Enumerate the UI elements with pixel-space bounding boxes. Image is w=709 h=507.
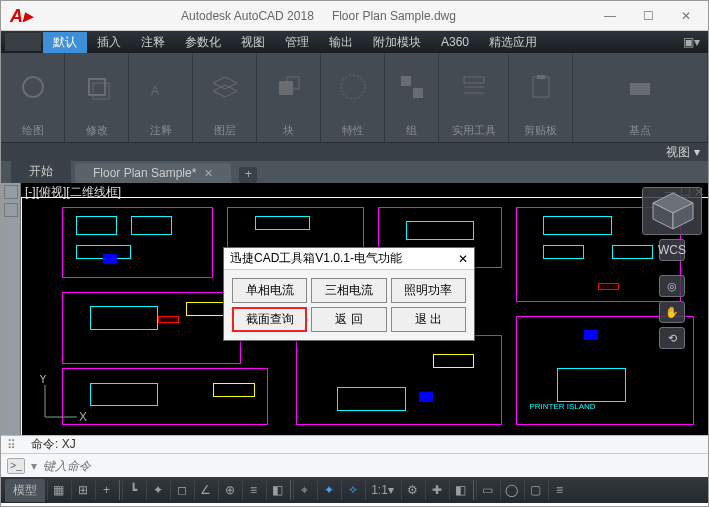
menu-annotate[interactable]: 注释 bbox=[131, 32, 175, 53]
svg-point-0 bbox=[23, 77, 43, 97]
osnap-icon[interactable]: ◻ bbox=[170, 480, 192, 500]
panel-label-clipboard: 剪贴板 bbox=[509, 121, 572, 142]
gear-icon[interactable]: ⚙ bbox=[401, 480, 423, 500]
menu-featured[interactable]: 精选应用 bbox=[479, 32, 547, 53]
anno-scale[interactable]: 1:1▾ bbox=[365, 480, 399, 500]
panel-label-annotate: 注释 bbox=[129, 121, 192, 142]
lweight-icon[interactable]: ≡ bbox=[242, 480, 264, 500]
nav-wheel-icon[interactable]: ◎ bbox=[659, 275, 685, 297]
transparency-icon[interactable]: ◧ bbox=[266, 480, 288, 500]
ws-icon[interactable]: ◧ bbox=[449, 480, 471, 500]
anno-vis-icon[interactable]: ✚ bbox=[425, 480, 447, 500]
layout-add-icon[interactable]: + bbox=[95, 480, 117, 500]
ribbon-block-button[interactable] bbox=[265, 73, 313, 101]
ortho-icon[interactable]: ┗ bbox=[122, 480, 144, 500]
ribbon-group-button[interactable] bbox=[388, 73, 436, 101]
menu-insert[interactable]: 插入 bbox=[87, 32, 131, 53]
ribbon-base-button[interactable] bbox=[616, 73, 664, 101]
close-button[interactable]: ✕ bbox=[676, 9, 696, 23]
hw-icon[interactable]: ◯ bbox=[500, 480, 522, 500]
dialog-title: 迅捷CAD工具箱V1.0.1-电气功能 bbox=[230, 250, 402, 267]
menu-addins[interactable]: 附加模块 bbox=[363, 32, 431, 53]
ribbon-layers-button[interactable] bbox=[201, 73, 249, 101]
custom-icon[interactable]: ≡ bbox=[548, 480, 570, 500]
ribbon-props-button[interactable] bbox=[329, 73, 377, 101]
btn-three-phase[interactable]: 三相电流 bbox=[311, 278, 386, 303]
doc-name: Floor Plan Sample.dwg bbox=[332, 9, 456, 23]
ribbon-expand-icon[interactable]: ▣▾ bbox=[675, 33, 708, 51]
tab-floorplan[interactable]: Floor Plan Sample*✕ bbox=[75, 163, 231, 183]
minimize-button[interactable]: — bbox=[600, 9, 620, 23]
main-area: [-][俯视][二维线框] — ☐ ✕ bbox=[1, 183, 708, 435]
drawing-canvas[interactable]: [-][俯视][二维线框] — ☐ ✕ bbox=[21, 183, 708, 435]
snap-icon[interactable]: ⊞ bbox=[71, 480, 93, 500]
ucs-icon: YX bbox=[37, 375, 87, 425]
svg-text:X: X bbox=[79, 410, 87, 424]
svg-point-8 bbox=[341, 75, 365, 99]
otrack-icon[interactable]: ∠ bbox=[194, 480, 216, 500]
btn-back[interactable]: 返 回 bbox=[311, 307, 386, 332]
ribbon-utils-button[interactable] bbox=[450, 73, 498, 101]
command-history-text: 命令: XJ bbox=[31, 436, 76, 453]
menu-a360[interactable]: A360 bbox=[431, 33, 479, 51]
tab-add-button[interactable]: + bbox=[239, 167, 257, 183]
pan-icon[interactable]: ✋ bbox=[659, 301, 685, 323]
nav-tools: WCS ◎ ✋ ⟲ bbox=[642, 187, 702, 349]
menu-manage[interactable]: 管理 bbox=[275, 32, 319, 53]
label-printer-island: PRINTER ISLAND bbox=[529, 402, 595, 411]
left-palette-bar[interactable] bbox=[1, 183, 21, 435]
sc-icon[interactable]: ⌖ bbox=[293, 480, 315, 500]
btn-section-query[interactable]: 截面查询 bbox=[232, 307, 307, 332]
3dosnap-icon[interactable]: ✧ bbox=[341, 480, 363, 500]
btn-exit[interactable]: 退 出 bbox=[391, 307, 466, 332]
cmd-handle-icon[interactable]: ⠿ bbox=[7, 438, 23, 452]
btn-single-phase[interactable]: 单相电流 bbox=[232, 278, 307, 303]
menu-output[interactable]: 输出 bbox=[319, 32, 363, 53]
orbit-icon[interactable]: ⟲ bbox=[659, 327, 685, 349]
view-selector[interactable]: 视图▾ bbox=[1, 143, 708, 161]
command-history: ⠿ 命令: XJ bbox=[1, 435, 708, 453]
dyn-icon[interactable]: ⊕ bbox=[218, 480, 240, 500]
ribbon-modify-button[interactable] bbox=[73, 73, 121, 101]
dialog-close-icon[interactable]: ✕ bbox=[458, 252, 468, 266]
app-logo-icon: A▸ bbox=[5, 3, 37, 29]
clean-icon[interactable]: ▢ bbox=[524, 480, 546, 500]
svg-rect-9 bbox=[401, 76, 411, 86]
svg-rect-2 bbox=[93, 83, 109, 99]
svg-marker-5 bbox=[213, 85, 237, 97]
wcs-label[interactable]: WCS bbox=[659, 239, 685, 261]
chevron-down-icon: ▾ bbox=[694, 145, 700, 159]
app-name: Autodesk AutoCAD 2018 bbox=[181, 9, 314, 23]
svg-marker-4 bbox=[213, 77, 237, 89]
panel-label-group: 组 bbox=[385, 121, 438, 142]
grid-icon[interactable]: ▦ bbox=[47, 480, 69, 500]
tab-close-icon[interactable]: ✕ bbox=[204, 167, 213, 180]
viewcube[interactable] bbox=[642, 187, 702, 235]
svg-rect-11 bbox=[533, 77, 549, 97]
svg-rect-1 bbox=[89, 79, 105, 95]
polar-icon[interactable]: ✦ bbox=[146, 480, 168, 500]
command-input[interactable] bbox=[43, 459, 702, 473]
menu-parametric[interactable]: 参数化 bbox=[175, 32, 231, 53]
qs-icon[interactable]: ▭ bbox=[476, 480, 498, 500]
ribbon-draw-button[interactable] bbox=[9, 73, 57, 101]
btn-lighting-power[interactable]: 照明功率 bbox=[391, 278, 466, 303]
menu-default[interactable]: 默认 bbox=[43, 32, 87, 53]
panel-label-base: 基点 bbox=[573, 121, 707, 142]
model-tab[interactable]: 模型 bbox=[5, 479, 45, 502]
ribbon-clipboard-button[interactable] bbox=[517, 73, 565, 101]
titlebar: A▸ Autodesk AutoCAD 2018 Floor Plan Samp… bbox=[1, 1, 708, 31]
panel-label-props: 特性 bbox=[321, 121, 384, 142]
svg-rect-12 bbox=[537, 75, 545, 79]
menu-view[interactable]: 视图 bbox=[231, 32, 275, 53]
xj-dialog: 迅捷CAD工具箱V1.0.1-电气功能 ✕ 单相电流 三相电流 照明功率 截面查… bbox=[223, 247, 475, 341]
app-menu-button[interactable] bbox=[5, 33, 41, 51]
cmd-prompt-icon[interactable]: >_ bbox=[7, 458, 25, 474]
svg-rect-10 bbox=[413, 88, 423, 98]
iso-icon[interactable]: ✦ bbox=[317, 480, 339, 500]
tab-start[interactable]: 开始 bbox=[11, 160, 71, 183]
svg-text:Y: Y bbox=[39, 375, 47, 386]
status-bar: 模型 ▦ ⊞ + ┗ ✦ ◻ ∠ ⊕ ≡ ◧ ⌖ ✦ ✧ 1:1▾ ⚙ ✚ ◧ … bbox=[1, 477, 708, 503]
maximize-button[interactable]: ☐ bbox=[638, 9, 658, 23]
ribbon-annotate-button[interactable]: A bbox=[137, 73, 185, 101]
